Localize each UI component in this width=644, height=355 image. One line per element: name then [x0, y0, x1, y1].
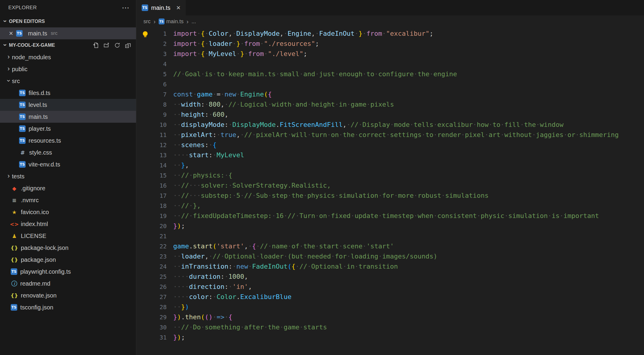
- tree-item-index-html[interactable]: <>index.html: [0, 218, 136, 230]
- tree-item-package-json[interactable]: {}package.json: [0, 254, 136, 266]
- tree-item-tsconfig-json[interactable]: TStsconfig.json: [0, 301, 136, 313]
- code-line[interactable]: 22game.start('start',·{·//·name·of·the·s…: [136, 241, 644, 251]
- lightbulb-icon[interactable]: [143, 31, 148, 36]
- gutter[interactable]: 29: [136, 312, 173, 322]
- tree-item-playwright-config-ts[interactable]: TSplaywright.config.ts: [0, 266, 136, 278]
- gutter[interactable]: 10: [136, 120, 173, 130]
- gutter[interactable]: 21: [136, 231, 173, 241]
- tree-item-files-d-ts[interactable]: TSfiles.d.ts: [0, 87, 136, 99]
- more-actions-icon[interactable]: ⋯: [122, 4, 129, 12]
- code-line[interactable]: 3import·{·MyLevel·}·from·"./level";: [136, 49, 644, 59]
- code-line[interactable]: 25····duration:·1000,: [136, 272, 644, 282]
- code-line[interactable]: 1import·{·Color,·DisplayMode,·Engine,·Fa…: [136, 29, 644, 39]
- code-line[interactable]: 7const·game·=·new·Engine({: [136, 89, 644, 99]
- tree-item-node-modules[interactable]: ›node_modules: [0, 51, 136, 63]
- tab-main-ts[interactable]: TS main.ts ×: [136, 0, 186, 15]
- code-line[interactable]: 13····start:·MyLevel: [136, 150, 644, 160]
- gutter[interactable]: 11: [136, 130, 173, 140]
- gutter[interactable]: 9: [136, 110, 173, 120]
- open-editors-header[interactable]: › OPEN EDITORS: [0, 15, 136, 27]
- gutter[interactable]: 22: [136, 241, 173, 251]
- tree-item--gitignore[interactable]: ◆.gitignore: [0, 182, 136, 194]
- code-line[interactable]: 30··//·Do·something·after·the·game·start…: [136, 322, 644, 332]
- code-line[interactable]: 26····direction:·'in',: [136, 282, 644, 292]
- tree-item-license[interactable]: ♟LICENSE: [0, 230, 136, 242]
- new-folder-icon[interactable]: [103, 42, 110, 49]
- code-line[interactable]: 21: [136, 231, 644, 241]
- close-editor-icon[interactable]: ×: [9, 30, 16, 37]
- tree-item-style-css[interactable]: #style.css: [0, 147, 136, 158]
- code-line[interactable]: 20});: [136, 221, 644, 231]
- gutter[interactable]: 17: [136, 191, 173, 201]
- tree-item-level-ts[interactable]: TSlevel.ts: [0, 99, 136, 111]
- code-line[interactable]: 31});: [136, 332, 644, 342]
- breadcrumb-item[interactable]: ...: [191, 18, 196, 25]
- code-line[interactable]: 27····color:·Color.ExcaliburBlue: [136, 292, 644, 302]
- gutter[interactable]: 1: [136, 29, 173, 39]
- code-line[interactable]: 15··//·physics:·{: [136, 170, 644, 180]
- code-line[interactable]: 6: [136, 79, 644, 89]
- code-line[interactable]: 24··inTransition:·new·FadeInOut({·//·Opt…: [136, 261, 644, 272]
- gutter[interactable]: 27: [136, 292, 173, 302]
- gutter[interactable]: 12: [136, 140, 173, 150]
- code-line[interactable]: 4: [136, 59, 644, 69]
- code-line[interactable]: 16··//···solver:·SolverStrategy.Realisti…: [136, 180, 644, 191]
- gutter[interactable]: 5: [136, 69, 173, 79]
- breadcrumb-item[interactable]: TSmain.ts: [159, 18, 184, 25]
- gutter[interactable]: 13: [136, 150, 173, 160]
- new-file-icon[interactable]: [93, 42, 99, 49]
- gutter[interactable]: 20: [136, 221, 173, 231]
- gutter[interactable]: 14: [136, 160, 173, 170]
- code-line[interactable]: 17··//···substep:·5·//·Sub·step·the·phys…: [136, 191, 644, 201]
- tree-item-tests[interactable]: ›tests: [0, 170, 136, 182]
- tree-item-readme-md[interactable]: ireadme.md: [0, 278, 136, 289]
- tree-item-main-ts[interactable]: TSmain.ts: [0, 111, 136, 123]
- code-line[interactable]: 5//·Goal·is·to·keep·main.ts·small·and·ju…: [136, 69, 644, 79]
- code-line[interactable]: 14··},: [136, 160, 644, 170]
- gutter[interactable]: 26: [136, 282, 173, 292]
- tree-item-player-ts[interactable]: TSplayer.ts: [0, 123, 136, 135]
- gutter[interactable]: 16: [136, 180, 173, 191]
- gutter[interactable]: 6: [136, 79, 173, 89]
- open-editor-main-ts[interactable]: × TS main.ts src: [0, 27, 136, 39]
- gutter[interactable]: 24: [136, 261, 173, 272]
- gutter[interactable]: 25: [136, 272, 173, 282]
- tree-item-resources-ts[interactable]: TSresources.ts: [0, 135, 136, 147]
- tree-item-favicon-ico[interactable]: ★favicon.ico: [0, 206, 136, 218]
- code-line[interactable]: 12··scenes:·{: [136, 140, 644, 150]
- code-line[interactable]: 11··pixelArt:·true,·//·pixelArt·will·tur…: [136, 130, 644, 140]
- tree-item-package-lock-json[interactable]: {}package-lock.json: [0, 242, 136, 254]
- code-line[interactable]: 23··loader,·//·Optional·loader·(but·need…: [136, 251, 644, 261]
- gutter[interactable]: 30: [136, 322, 173, 332]
- tree-item-src[interactable]: ›src: [0, 75, 136, 87]
- tree-item-vite-env-d-ts[interactable]: TSvite-env.d.ts: [0, 158, 136, 170]
- gutter[interactable]: 7: [136, 89, 173, 99]
- gutter[interactable]: 23: [136, 251, 173, 261]
- gutter[interactable]: 3: [136, 49, 173, 59]
- gutter[interactable]: 19: [136, 211, 173, 221]
- gutter[interactable]: 4: [136, 59, 173, 69]
- gutter[interactable]: 2: [136, 39, 173, 49]
- code-line[interactable]: 10··displayMode:·DisplayMode.FitScreenAn…: [136, 120, 644, 130]
- tree-item--nvmrc[interactable]: ≡.nvmrc: [0, 194, 136, 206]
- code-editor[interactable]: 1import·{·Color,·DisplayMode,·Engine,·Fa…: [136, 27, 644, 355]
- gutter[interactable]: 8: [136, 99, 173, 110]
- code-line[interactable]: 19··//·fixedUpdateTimestep:·16·//·Turn·o…: [136, 211, 644, 221]
- tree-item-public[interactable]: ›public: [0, 63, 136, 75]
- gutter[interactable]: 31: [136, 332, 173, 342]
- code-line[interactable]: 8··width:·800,·//·Logical·width·and·heig…: [136, 99, 644, 110]
- collapse-all-icon[interactable]: [125, 42, 131, 49]
- refresh-icon[interactable]: [114, 42, 121, 49]
- code-line[interactable]: 29}).then(()·=>·{: [136, 312, 644, 322]
- tree-item-renovate-json[interactable]: {}renovate.json: [0, 289, 136, 301]
- project-header[interactable]: › MY-COOL-EX-GAME: [0, 39, 136, 51]
- code-line[interactable]: 9··height:·600,: [136, 110, 644, 120]
- code-line[interactable]: 28··}): [136, 302, 644, 312]
- code-line[interactable]: 18··//·},: [136, 201, 644, 211]
- close-tab-icon[interactable]: ×: [176, 4, 180, 11]
- breadcrumb-item[interactable]: src: [143, 18, 151, 25]
- gutter[interactable]: 15: [136, 170, 173, 180]
- gutter[interactable]: 18: [136, 201, 173, 211]
- gutter[interactable]: 28: [136, 302, 173, 312]
- code-line[interactable]: 2import·{·loader·}·from·"./resources";: [136, 39, 644, 49]
